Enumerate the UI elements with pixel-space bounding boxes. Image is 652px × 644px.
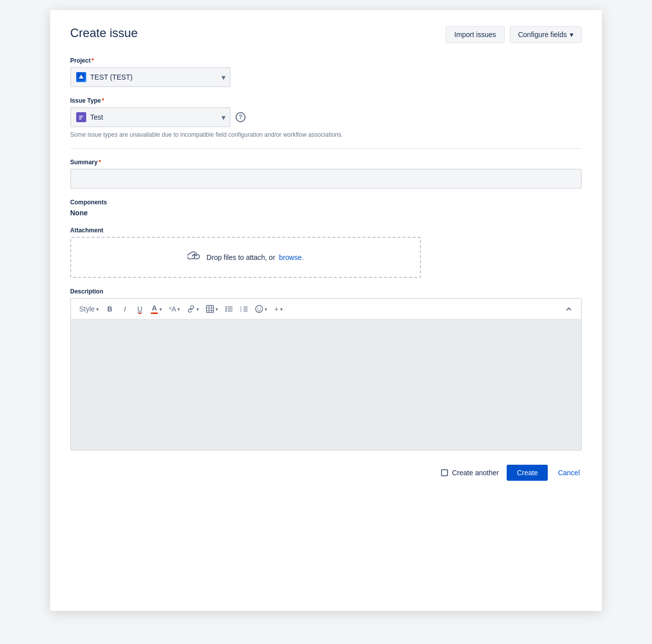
description-editor: Style ▾ B I U A	[70, 298, 582, 451]
toolbar-font-size-button[interactable]: ᵃA ▾	[166, 303, 183, 315]
emoji-chevron-icon: ▾	[265, 306, 267, 312]
link-icon	[187, 305, 195, 312]
bullet-list-icon	[225, 305, 233, 312]
toolbar-bullet-list-button[interactable]	[222, 303, 236, 314]
svg-point-23	[256, 305, 263, 312]
components-field: Components None	[70, 199, 582, 217]
issue-type-row: Test ▾ ?	[70, 107, 582, 127]
issue-type-required-star: *	[102, 97, 104, 104]
description-field: Description Style ▾ B I U	[70, 288, 582, 451]
attachment-field: Attachment Drop files to attach, or brow…	[70, 227, 582, 278]
toolbar-table-button[interactable]: ▾	[203, 303, 221, 315]
summary-input[interactable]	[70, 169, 582, 189]
header-actions: Import issues Configure fields ▾	[446, 26, 582, 43]
issue-type-icon	[76, 112, 86, 122]
text-color-display: A	[151, 304, 158, 314]
table-chevron-icon: ▾	[215, 306, 218, 312]
issue-type-select-wrapper: Test ▾	[70, 107, 231, 127]
cancel-button[interactable]: Cancel	[556, 465, 582, 481]
dialog-footer: Create another Create Cancel	[70, 465, 582, 481]
toolbar-underline-button[interactable]: U	[133, 303, 147, 315]
dialog-title: Create issue	[70, 26, 138, 40]
editor-toolbar: Style ▾ B I U A	[71, 299, 581, 319]
table-icon	[206, 305, 214, 313]
toolbar-numbered-list-button[interactable]: 1. 2. 3.	[237, 303, 251, 314]
text-color-chevron-icon: ▾	[159, 306, 162, 312]
upload-icon	[187, 250, 201, 265]
create-another-checkbox[interactable]	[441, 469, 448, 476]
description-label: Description	[70, 288, 582, 295]
project-label: Project*	[70, 57, 582, 64]
toolbar-link-button[interactable]: ▾	[184, 303, 202, 314]
configure-fields-button[interactable]: Configure fields ▾	[510, 26, 582, 43]
toolbar-style-button[interactable]: Style ▾	[76, 303, 102, 315]
components-label: Components	[70, 199, 582, 206]
issue-type-field: Issue Type* Test ▾ ?	[70, 97, 582, 138]
create-issue-dialog: Create issue Import issues Configure fie…	[50, 10, 602, 611]
description-editor-body[interactable]	[71, 319, 581, 450]
numbered-list-icon: 1. 2. 3.	[240, 305, 248, 312]
dialog-header: Create issue Import issues Configure fie…	[70, 26, 582, 43]
issue-type-notice: Some issue types are unavailable due to …	[70, 131, 582, 138]
project-value: TEST (TEST)	[90, 73, 133, 81]
toolbar-emoji-button[interactable]: ▾	[252, 303, 270, 315]
project-select[interactable]: TEST (TEST)	[70, 67, 231, 87]
project-select-wrapper: TEST (TEST) ▾	[70, 67, 231, 87]
create-another-group: Create another	[441, 469, 499, 477]
emoji-icon	[255, 305, 263, 313]
svg-point-24	[258, 308, 259, 309]
attachment-browse-link[interactable]: browse.	[279, 253, 304, 261]
attachment-drop-zone[interactable]: Drop files to attach, or browse.	[70, 237, 421, 278]
issue-type-help-icon[interactable]: ?	[236, 112, 246, 122]
components-value[interactable]: None	[70, 209, 582, 217]
toolbar-insert-button[interactable]: + ▾	[271, 303, 285, 315]
toolbar-bold-button[interactable]: B	[103, 303, 117, 315]
summary-field: Summary*	[70, 159, 582, 189]
toolbar-italic-button[interactable]: I	[118, 303, 132, 315]
project-icon	[76, 72, 86, 82]
svg-text:3.: 3.	[240, 309, 242, 312]
toolbar-collapse-button[interactable]	[562, 303, 576, 315]
svg-rect-3	[79, 116, 83, 117]
svg-point-11	[226, 306, 227, 308]
link-chevron-icon: ▾	[196, 306, 199, 312]
underline-a-display: U	[137, 305, 142, 313]
insert-chevron-icon: ▾	[280, 306, 283, 312]
project-required-star: *	[92, 57, 94, 64]
summary-label: Summary*	[70, 159, 582, 166]
svg-point-12	[226, 308, 227, 310]
svg-point-13	[226, 310, 227, 312]
attachment-drop-text: Drop files to attach, or browse.	[206, 253, 304, 261]
form-divider	[70, 148, 582, 149]
issue-type-value: Test	[90, 113, 103, 121]
svg-point-25	[260, 308, 261, 309]
svg-rect-6	[206, 305, 213, 312]
collapse-icon	[565, 305, 573, 313]
style-chevron-icon: ▾	[96, 306, 99, 312]
font-size-chevron-icon: ▾	[177, 306, 180, 312]
configure-fields-label: Configure fields	[518, 31, 567, 39]
create-button[interactable]: Create	[507, 465, 548, 481]
attachment-label: Attachment	[70, 227, 582, 234]
color-bar	[151, 312, 158, 314]
issue-type-select[interactable]: Test	[70, 107, 231, 127]
project-field: Project* TEST (TEST) ▾	[70, 57, 582, 87]
create-another-label[interactable]: Create another	[452, 469, 499, 477]
issue-type-label: Issue Type*	[70, 97, 582, 104]
svg-rect-4	[79, 117, 82, 118]
summary-required-star: *	[99, 159, 101, 166]
svg-rect-5	[79, 119, 81, 120]
configure-chevron-icon: ▾	[570, 31, 573, 39]
import-issues-button[interactable]: Import issues	[446, 26, 504, 43]
toolbar-text-color-button[interactable]: A ▾	[148, 302, 165, 316]
